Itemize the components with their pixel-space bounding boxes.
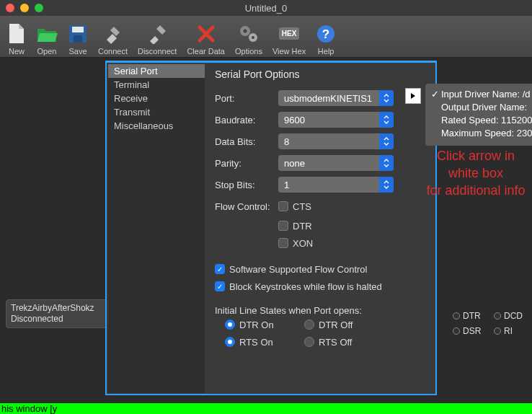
dtr-off-radio[interactable]	[304, 320, 314, 330]
databits-select[interactable]: 8	[278, 133, 394, 149]
svg-text:?: ?	[322, 27, 329, 41]
plug-disconnect-icon	[147, 22, 167, 46]
x-icon	[197, 22, 216, 46]
check-icon: ✓	[431, 88, 441, 101]
stopbits-label: Stop Bits:	[215, 180, 278, 190]
disconnect-button[interactable]: Disconnect	[135, 18, 179, 56]
category-transmit[interactable]: Transmit	[108, 105, 205, 119]
block-keystrokes-checkbox[interactable]: ✓	[215, 281, 225, 291]
connect-button[interactable]: Connect	[95, 18, 130, 56]
view-hex-button[interactable]: HEX View Hex	[270, 18, 309, 56]
chevron-updown-icon	[379, 112, 394, 128]
svg-rect-1	[72, 27, 84, 32]
connection-status-box: TrekzAirbyAfterShokz Disconnected	[6, 299, 115, 328]
titlebar: Untitled_0	[0, 0, 532, 16]
category-serial-port[interactable]: Serial Port	[108, 64, 205, 78]
options-category-list: Serial Port Terminal Receive Transmit Mi…	[108, 64, 205, 393]
chevron-updown-icon	[379, 177, 394, 193]
hex-icon: HEX	[279, 22, 300, 46]
stopbits-select[interactable]: 1	[278, 177, 394, 193]
save-button[interactable]: Save	[65, 18, 91, 56]
new-button[interactable]: New	[4, 18, 29, 56]
signal-indicators: DTR DCD DSR RI	[453, 309, 532, 338]
panel-title: Serial Port Options	[215, 69, 427, 80]
triangle-right-icon	[410, 92, 416, 100]
software-flow-label: Software Supported Flow Control	[229, 264, 367, 275]
chevron-updown-icon	[379, 155, 394, 171]
window-title: Untitled_0	[0, 3, 532, 14]
databits-label: Data Bits:	[215, 136, 278, 147]
options-panel: Serial Port Options Port: usbmodemKINETI…	[208, 64, 434, 392]
dcd-indicator	[494, 312, 501, 320]
status-state: Disconnected	[11, 314, 110, 325]
options-button[interactable]: Options	[232, 18, 265, 56]
help-icon: ?	[316, 22, 336, 46]
software-flow-checkbox[interactable]: ✓	[215, 264, 225, 274]
dtr-indicator	[453, 312, 460, 320]
toolbar: New Open Save Connect Disconnect Clear D…	[0, 16, 532, 58]
cts-checkbox[interactable]	[278, 201, 288, 211]
floppy-icon	[68, 22, 88, 46]
category-terminal[interactable]: Terminal	[108, 78, 205, 92]
dtr-on-radio[interactable]	[225, 320, 235, 330]
baudrate-select[interactable]: 9600	[278, 112, 394, 128]
xon-label: XON	[293, 238, 313, 249]
chevron-updown-icon	[379, 90, 394, 106]
clear-data-button[interactable]: Clear Data	[184, 18, 228, 56]
initial-line-states-label: Initial Line States when Port opens:	[215, 305, 427, 316]
terminal-strip: his window [y	[0, 403, 532, 414]
baudrate-label: Baudrate:	[215, 115, 278, 125]
status-device: TrekzAirbyAfterShokz	[11, 303, 110, 314]
cts-label: CTS	[293, 201, 311, 212]
parity-label: Parity:	[215, 158, 278, 169]
open-button[interactable]: Open	[33, 18, 61, 56]
dtr-checkbox[interactable]	[278, 221, 288, 231]
dsr-indicator	[453, 327, 460, 335]
flowcontrol-label: Flow Control:	[215, 201, 278, 212]
dtr-label: DTR	[293, 221, 312, 232]
xon-checkbox[interactable]	[278, 238, 288, 248]
parity-select[interactable]: none	[278, 155, 394, 171]
port-label: Port:	[215, 93, 278, 104]
port-select[interactable]: usbmodemKINETIS1	[278, 90, 394, 106]
help-button[interactable]: ? Help	[313, 18, 339, 56]
svg-rect-2	[74, 35, 82, 43]
ri-indicator	[494, 327, 501, 335]
block-keystrokes-label: Block Keystrokes while flow is halted	[229, 281, 382, 292]
category-receive[interactable]: Receive	[108, 92, 205, 105]
gears-icon	[238, 22, 260, 46]
options-dialog: Serial Port Terminal Receive Transmit Mi…	[105, 61, 437, 395]
svg-point-6	[252, 36, 254, 39]
rts-on-radio[interactable]	[225, 337, 235, 347]
file-icon	[7, 22, 26, 46]
annotation-text: Click arrow in white box for additional …	[411, 147, 532, 199]
port-info-arrow-button[interactable]	[405, 88, 421, 104]
folder-open-icon	[36, 22, 58, 46]
chevron-updown-icon	[379, 133, 394, 149]
plug-connect-icon	[102, 22, 123, 46]
svg-point-4	[243, 29, 247, 32]
rts-off-radio[interactable]	[304, 337, 314, 347]
port-info-tooltip: ✓Input Driver Name: /d Output Driver Nam…	[425, 84, 532, 146]
category-miscellaneous[interactable]: Miscellaneous	[108, 119, 205, 133]
